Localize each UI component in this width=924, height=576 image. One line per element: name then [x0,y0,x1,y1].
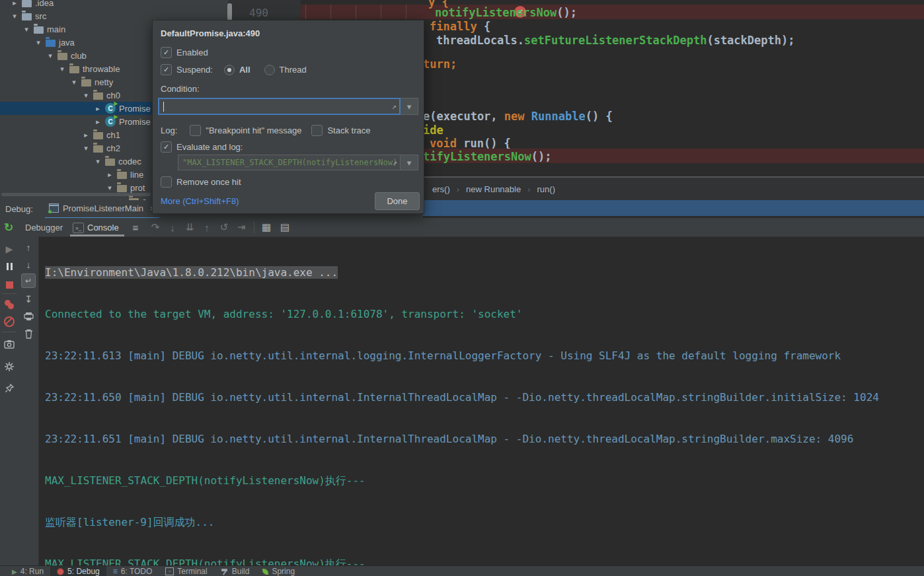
chevron-collapsed-icon[interactable]: ▸ [82,131,90,139]
mute-breakpoints-icon[interactable] [0,314,19,329]
drop-frame-icon[interactable]: ↺ [217,218,231,236]
console-icon: >_ [73,223,84,233]
step-into-icon[interactable]: ↓ [165,218,180,236]
code-line-490: notifyListenersNow(); [435,6,577,19]
indent-guide [381,5,381,19]
step-over-icon[interactable]: ↷ [148,218,163,236]
tree-item-idea[interactable]: ▸ .idea [0,0,228,9]
evaluate-input[interactable]: "MAX_LISTENER_STACK_DEPTH(notifyListener… [178,155,401,170]
breakpoint-line-highlight [301,5,924,19]
breadcrumb-item[interactable]: run() [537,184,555,194]
hamburger-menu-icon[interactable]: ≡ [128,218,143,236]
chevron-collapsed-icon[interactable]: ▸ [94,104,102,113]
breadcrumb-item[interactable]: new Runnable [466,184,521,194]
chevron-collapsed-icon[interactable]: ▸ [106,170,114,179]
pause-icon[interactable] [0,259,19,273]
toolwindow-debug[interactable]: 5: Debug [50,566,106,576]
tree-horizontal-scrollbar[interactable] [1,193,151,196]
rerun-icon[interactable]: ↻ [4,218,13,236]
debug-session-tab[interactable]: PromiseListenerMain × [45,199,159,219]
chevron-expanded-icon[interactable]: ▾ [34,38,42,47]
app-window-icon [49,203,59,213]
expand-editor-icon[interactable]: ↗ [392,102,397,111]
chevron-collapsed-icon[interactable]: ▸ [94,118,102,126]
chevron-expanded-icon[interactable]: ▾ [82,91,90,100]
log-row: Log: "Breakpoint hit" message Stack trac… [161,125,370,136]
runnable-class-icon: C [105,116,116,127]
breadcrumbs: ers() › new Runnable › run() [423,178,924,200]
radio-suspend-thread[interactable] [264,65,275,75]
chevron-expanded-icon[interactable]: ▾ [82,144,90,153]
chevron-expanded-icon[interactable]: ▾ [70,78,78,87]
chevron-down-icon: ▾ [407,158,412,168]
console-output: I:\Environment\Java\1.8.0.212\bin\java.e… [45,238,924,565]
toolwindow-run[interactable]: ▶ 4: Run [5,566,50,576]
evaluate-dropdown-button[interactable]: ▾ [401,155,418,170]
done-button[interactable]: Done [375,192,420,210]
selected-tab-indicator [70,234,124,236]
indent-guide [305,5,306,19]
package-icon [117,170,127,178]
package-icon [93,91,103,99]
restore-layout-icon[interactable]: ▦ [259,218,274,236]
chevron-expanded-icon[interactable]: ▾ [94,157,102,166]
tab-console[interactable]: Console [87,218,119,236]
tree-vertical-scrollbar[interactable] [227,3,232,20]
resume-icon[interactable]: ▶ [0,242,19,256]
toolwindow-todo[interactable]: ≡ 6: TODO [106,566,159,576]
checkbox-stack-trace[interactable] [311,125,323,136]
step-out-icon[interactable]: ↑ [200,218,214,236]
more-link[interactable]: More (Ctrl+Shift+F8) [161,196,239,206]
console-toolbar: ↻ Debugger >_ Console ≡ ↷ ↓ ⇊ ↑ ↺ ⇥ ▦ ▤ [0,218,924,237]
camera-thread-dump-icon[interactable] [0,337,19,351]
chevron-expanded-icon[interactable]: ▾ [58,65,66,73]
toolwindow-spring[interactable]: Spring [256,566,301,576]
expand-editor-icon[interactable]: ↗ [393,158,397,167]
chevron-collapsed-icon[interactable]: ▸ [11,0,19,7]
console-line: 监听器[listener-9]回调成功... [45,515,924,529]
checkbox-breakpoint-hit-message[interactable] [190,125,201,136]
breadcrumb-item[interactable]: ers() [432,184,450,194]
stop-icon[interactable] [0,277,19,292]
force-step-into-icon[interactable]: ⇊ [182,218,197,236]
chevron-expanded-icon[interactable]: ▾ [46,52,54,60]
scroll-down-icon[interactable]: ↓ [19,258,38,272]
condition-input[interactable]: ↗ [158,98,401,115]
toolwindow-build[interactable]: Build [214,566,256,576]
evaluate-row: ✓ Evaluate and log: [161,141,243,153]
run-icon: ▶ [12,568,17,575]
ide-window: ▸ .idea ▾ src ▾ main ▾ java ▾ club ▾ thr… [0,0,924,576]
code-line: finally { [430,20,490,33]
scroll-to-end-icon[interactable]: ↧ [19,292,38,306]
line-number: 490 [249,7,268,19]
checkbox-enabled[interactable]: ✓ [161,47,172,58]
tab-debugger[interactable]: Debugger [25,218,63,236]
folder-icon [22,0,32,7]
pin-icon[interactable] [0,380,19,395]
scroll-up-icon[interactable]: ↑ [19,240,38,255]
strip-separator [2,293,17,294]
clear-trash-icon[interactable] [19,326,38,341]
checkbox-evaluate-and-log[interactable]: ✓ [161,141,172,153]
settings-gear-icon[interactable] [0,359,19,374]
chevron-expanded-icon[interactable]: ▾ [106,184,114,192]
condition-combo: ↗ ▾ [158,98,418,115]
indent-guide [356,5,356,19]
layout-settings-icon[interactable]: ▤ [278,218,292,236]
radio-suspend-all[interactable] [224,65,235,75]
print-icon[interactable] [19,309,38,324]
chevron-expanded-icon[interactable]: ▾ [11,12,19,20]
chevron-right-icon: › [527,184,530,194]
toolwindow-terminal[interactable]: > Terminal [159,566,213,576]
checkbox-suspend[interactable]: ✓ [161,64,172,75]
checkbox-remove-once-hit[interactable] [161,176,172,188]
console-line: Connected to the target VM, address: '12… [45,307,924,321]
terminal-icon: > [165,567,174,575]
code-line: e(executor, new Runnable() { [423,110,613,123]
run-to-cursor-icon[interactable]: ⇥ [234,218,249,236]
soft-wrap-icon[interactable]: ↵ [19,273,38,288]
active-toolwindow-header [423,200,924,216]
view-breakpoints-icon[interactable] [0,297,19,312]
condition-dropdown-button[interactable]: ▾ [401,98,418,115]
chevron-expanded-icon[interactable]: ▾ [22,25,30,34]
